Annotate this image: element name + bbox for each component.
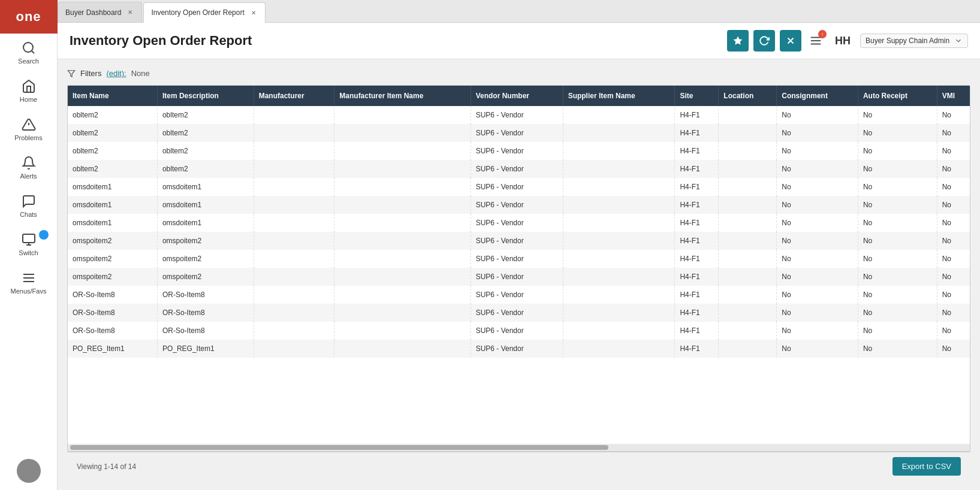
table-cell [334, 106, 471, 124]
table-cell: SUP6 - Vendor [471, 268, 563, 286]
svg-rect-4 [23, 234, 35, 243]
sidebar-item-chats[interactable]: Chats [0, 187, 57, 225]
table-cell [563, 304, 675, 322]
table-cell [719, 340, 777, 358]
table-cell: No [858, 340, 937, 358]
table-cell [563, 250, 675, 268]
table-cell: H4-F1 [675, 160, 719, 178]
app-logo[interactable]: one [0, 0, 58, 34]
sidebar-item-menus[interactable]: Menus/Favs [0, 264, 57, 302]
table-cell [254, 340, 334, 358]
col-location: Location [719, 86, 777, 106]
refresh-button[interactable] [753, 30, 775, 52]
table-cell: No [777, 286, 858, 304]
table-cell: No [858, 322, 937, 340]
table-cell: No [858, 250, 937, 268]
col-vmi: VMI [937, 86, 970, 106]
table-cell: omspoitem2 [68, 250, 157, 268]
table-cell: H4-F1 [675, 178, 719, 196]
sidebar-item-problems[interactable]: Problems [0, 110, 57, 149]
table-cell: No [777, 142, 858, 160]
table-cell: SUP6 - Vendor [471, 232, 563, 250]
table-cell: SUP6 - Vendor [471, 124, 563, 142]
table-cell: SUP6 - Vendor [471, 196, 563, 214]
table-cell [254, 196, 334, 214]
favorite-button[interactable] [727, 30, 749, 52]
table-cell: OR-So-Item8 [68, 322, 157, 340]
table-cell [719, 304, 777, 322]
table-cell: No [777, 322, 858, 340]
user-role-label: Buyer Suppy Chain Admin [866, 37, 952, 45]
table-cell: H4-F1 [675, 124, 719, 142]
sidebar-item-label-switch: Switch [19, 249, 38, 256]
table-cell: obltem2 [68, 124, 157, 142]
user-dropdown[interactable]: Buyer Suppy Chain Admin [860, 34, 968, 48]
table-row: omspoitem2omspoitem2SUP6 - VendorH4-F1No… [68, 232, 970, 250]
table-cell: No [937, 178, 970, 196]
table-row: omsdoitem1omsdoitem1SUP6 - VendorH4-F1No… [68, 178, 970, 196]
table-cell [719, 214, 777, 232]
table-cell: obltem2 [68, 106, 157, 124]
tab-buyer-dashboard[interactable]: Buyer Dashboard ✕ [58, 2, 142, 22]
table-cell [719, 196, 777, 214]
table-row: PO_REG_Item1PO_REG_Item1SUP6 - VendorH4-… [68, 340, 970, 358]
table-cell: obltem2 [157, 160, 254, 178]
sidebar: one Search Home Problems Alerts Chats [0, 0, 58, 490]
export-csv-button[interactable]: Export to CSV [892, 457, 961, 476]
table-cell: H4-F1 [675, 142, 719, 160]
table-header-row: Item Name Item Description Manufacturer … [68, 86, 970, 106]
main-area: Buyer Dashboard ✕ Inventory Open Order R… [58, 0, 980, 490]
scrollbar-thumb[interactable] [70, 445, 608, 450]
menu-button[interactable]: ! [806, 31, 825, 50]
table-cell: H4-F1 [675, 250, 719, 268]
table-cell: SUP6 - Vendor [471, 178, 563, 196]
table-cell: omspoitem2 [68, 268, 157, 286]
table-cell: SUP6 - Vendor [471, 340, 563, 358]
filter-label: Filters [80, 69, 101, 78]
horizontal-scrollbar[interactable] [68, 444, 970, 451]
table-row: omsdoitem1omsdoitem1SUP6 - VendorH4-F1No… [68, 214, 970, 232]
table-cell [719, 106, 777, 124]
table-cell [334, 250, 471, 268]
table-cell [254, 250, 334, 268]
table-cell: H4-F1 [675, 268, 719, 286]
page-title: Inventory Open Order Report [70, 33, 252, 49]
tab-close-inventory-report[interactable]: ✕ [249, 8, 258, 17]
sidebar-item-label-problems: Problems [14, 134, 42, 141]
table-cell: SUP6 - Vendor [471, 214, 563, 232]
table-cell [563, 178, 675, 196]
sidebar-item-search[interactable]: Search [0, 34, 57, 72]
table-cell [334, 214, 471, 232]
table-cell [254, 214, 334, 232]
tab-close-buyer-dashboard[interactable]: ✕ [126, 8, 134, 17]
sidebar-item-home[interactable]: Home [0, 72, 57, 110]
table-cell [719, 232, 777, 250]
table-cell [563, 214, 675, 232]
x-icon [785, 35, 796, 46]
table-cell: H4-F1 [675, 304, 719, 322]
data-table-container: Item Name Item Description Manufacturer … [67, 85, 970, 452]
table-cell [719, 160, 777, 178]
user-avatar[interactable] [17, 459, 41, 483]
table-cell: PO_REG_Item1 [157, 340, 254, 358]
table-cell: No [858, 142, 937, 160]
table-scroll-area[interactable]: Item Name Item Description Manufacturer … [68, 86, 970, 444]
table-cell: omspoitem2 [68, 232, 157, 250]
table-cell: OR-So-Item8 [157, 286, 254, 304]
filter-value: None [131, 69, 150, 78]
star-icon [732, 35, 743, 46]
tab-inventory-report[interactable]: Inventory Open Order Report ✕ [143, 2, 265, 23]
table-cell: No [937, 286, 970, 304]
switch-icon [22, 232, 36, 247]
refresh-icon [759, 35, 770, 46]
table-cell: SUP6 - Vendor [471, 106, 563, 124]
table-cell [334, 322, 471, 340]
table-cell [334, 160, 471, 178]
table-cell [563, 268, 675, 286]
sidebar-item-switch[interactable]: Switch [0, 225, 57, 264]
table-cell: No [858, 214, 937, 232]
filter-edit-link[interactable]: (edit): [106, 69, 126, 78]
sidebar-item-alerts[interactable]: Alerts [0, 149, 57, 187]
close-button[interactable] [780, 30, 801, 52]
table-cell [719, 124, 777, 142]
